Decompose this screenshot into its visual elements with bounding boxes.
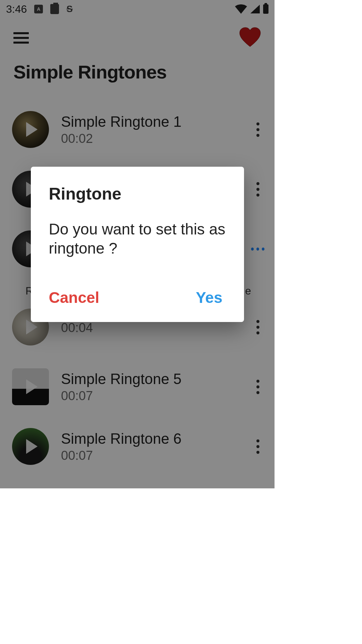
dialog-message: Do you want to set this as ringtone ? bbox=[49, 220, 226, 258]
dialog-actions: Cancel Yes bbox=[49, 288, 226, 307]
yes-button[interactable]: Yes bbox=[196, 288, 226, 307]
confirm-dialog: Ringtone Do you want to set this as ring… bbox=[31, 167, 244, 322]
cancel-button[interactable]: Cancel bbox=[49, 288, 100, 307]
screen: 3:46 A S Simple Ringtones bbox=[0, 0, 275, 488]
dialog-title: Ringtone bbox=[49, 184, 226, 204]
modal-scrim[interactable]: Ringtone Do you want to set this as ring… bbox=[0, 0, 275, 488]
